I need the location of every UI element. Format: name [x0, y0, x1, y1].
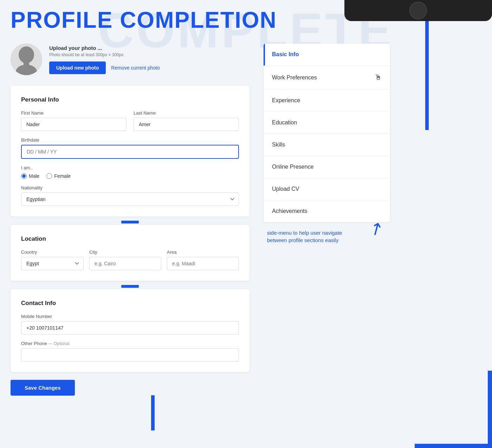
sidebar-label-achievements: Achievements [272, 208, 308, 214]
progress-stub-1 [11, 221, 250, 223]
cursor-icon: 🖱 [375, 73, 382, 82]
sidebar-item-upload-cv[interactable]: Upload CV [264, 178, 390, 200]
save-changes-button[interactable]: Save Changes [11, 380, 75, 396]
location-card: Location Country Egypt City Area [11, 225, 250, 281]
nationality-label: Nationality [21, 185, 239, 190]
location-row: Country Egypt City Area [21, 249, 239, 270]
photo-info: Upload your photo ... Photo should be at… [49, 45, 160, 74]
birthdate-label: Birthdate [21, 137, 239, 143]
other-phone-label: Other Phone — Optional [21, 341, 239, 346]
gender-radio-group: Male Female [21, 173, 239, 179]
sidebar-label-upload-cv: Upload CV [272, 186, 299, 192]
city-input[interactable] [89, 257, 161, 270]
sidebar-item-work-preferences[interactable]: Work Preferences 🖱 [264, 66, 390, 90]
last-name-group: Last Name [134, 110, 239, 131]
area-group: Area [167, 249, 239, 270]
photo-section: Upload your photo ... Photo should be at… [11, 44, 250, 75]
mobile-label: Mobile Number [21, 314, 239, 319]
area-label: Area [167, 249, 239, 255]
gender-label: I am.. [21, 165, 239, 170]
sidebar-item-basic-info[interactable]: Basic Info [264, 44, 390, 66]
sidebar-label-basic-info: Basic Info [272, 51, 299, 58]
location-title: Location [21, 235, 239, 242]
gender-male-label: Male [29, 173, 39, 179]
last-name-label: Last Name [134, 110, 239, 116]
sidebar-label-skills: Skills [272, 142, 285, 148]
country-select[interactable]: Egypt [21, 257, 84, 270]
birthdate-input[interactable] [21, 145, 239, 159]
gender-section: I am.. Male Female [21, 165, 239, 179]
mobile-input[interactable] [21, 321, 239, 335]
other-phone-group: Other Phone — Optional [21, 341, 239, 362]
left-column: Upload your photo ... Photo should be at… [11, 44, 250, 396]
sidebar-label-online-presence: Online Presence [272, 164, 313, 170]
contact-info-card: Contact Info Mobile Number Other Phone —… [11, 289, 250, 372]
last-name-input[interactable] [134, 118, 239, 131]
contact-info-title: Contact Info [21, 300, 239, 307]
sidebar-item-skills[interactable]: Skills [264, 134, 390, 156]
remove-photo-button[interactable]: Remove current photo [111, 65, 160, 71]
mobile-group: Mobile Number [21, 314, 239, 335]
progress-stub-2 [11, 285, 250, 288]
gender-male-radio[interactable] [21, 173, 27, 179]
other-phone-input[interactable] [21, 348, 239, 362]
first-name-group: First Name [21, 110, 127, 131]
annotation-text: side-menu to help user navigate between … [267, 229, 358, 244]
first-name-label: First Name [21, 110, 127, 116]
phone-decoration [344, 0, 492, 21]
sidebar-label-work-preferences: Work Preferences [272, 74, 317, 81]
svg-point-1 [19, 46, 34, 63]
right-sidebar: Basic Info Work Preferences 🖱 Experience… [264, 44, 390, 244]
sidebar-item-experience[interactable]: Experience [264, 90, 390, 112]
annotation-area: ↗ side-menu to help user navigate betwee… [264, 229, 390, 244]
area-input[interactable] [167, 257, 239, 270]
city-label: City [89, 249, 161, 255]
gender-female-radio[interactable] [46, 173, 52, 179]
gender-male-option[interactable]: Male [21, 173, 39, 179]
city-group: City [89, 249, 161, 270]
photo-hint: Photo should be at least 300px × 300px. [49, 52, 160, 57]
nationality-group: Nationality Egyptian [21, 185, 239, 206]
other-phone-optional: — Optional [48, 341, 69, 346]
blue-corner-right [415, 444, 492, 448]
nationality-select[interactable]: Egyptian [21, 193, 239, 206]
sidebar-item-education[interactable]: Education [264, 112, 390, 134]
personal-info-title: Personal Info [21, 96, 239, 103]
country-group: Country Egypt [21, 249, 84, 270]
svg-rect-3 [24, 62, 29, 67]
phone-button [409, 2, 427, 19]
sidebar-item-achievements[interactable]: Achievements [264, 200, 390, 222]
sidebar-label-experience: Experience [272, 97, 300, 104]
sidebar-label-education: Education [272, 119, 297, 126]
country-label: Country [21, 249, 84, 255]
first-name-input[interactable] [21, 118, 127, 131]
gender-female-label: Female [54, 173, 71, 179]
name-row: First Name Last Name [21, 110, 239, 131]
personal-info-card: Personal Info First Name Last Name Birth… [11, 86, 250, 216]
photo-actions: Upload new photo Remove current photo [49, 61, 160, 74]
sidebar-item-online-presence[interactable]: Online Presence [264, 156, 390, 178]
gender-female-option[interactable]: Female [46, 173, 71, 179]
avatar [11, 44, 42, 75]
photo-heading: Upload your photo ... [49, 45, 160, 51]
birthdate-group: Birthdate [21, 137, 239, 159]
sidebar-nav: Basic Info Work Preferences 🖱 Experience… [264, 44, 390, 222]
upload-photo-button[interactable]: Upload new photo [49, 61, 106, 74]
